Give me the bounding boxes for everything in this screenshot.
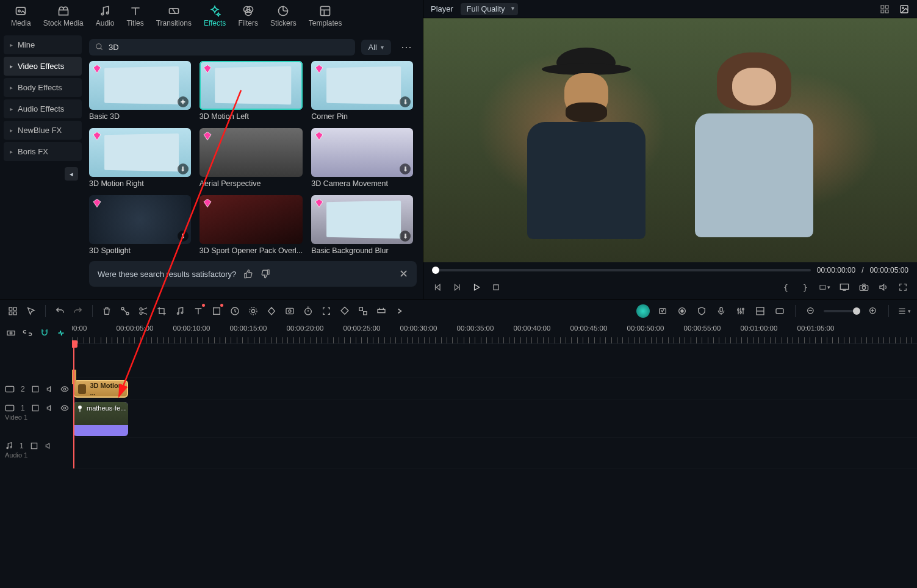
more-menu[interactable]: ⋯ (397, 38, 417, 56)
effect-card[interactable]: 3D Motion Left (200, 61, 303, 121)
download-icon[interactable]: ⬇ (400, 231, 411, 242)
filter-dropdown[interactable]: All ▾ (361, 40, 391, 55)
scrubber[interactable] (432, 269, 811, 271)
crop-icon[interactable] (155, 304, 168, 318)
mask-icon[interactable] (283, 304, 297, 318)
tab-stickers[interactable]: Stickers (264, 1, 303, 31)
auto-ripple-icon[interactable] (56, 326, 68, 340)
mark-out-icon[interactable]: } (800, 282, 811, 293)
effect-thumb[interactable]: ⬇ (311, 195, 413, 244)
effect-thumb[interactable] (200, 128, 303, 177)
timer-icon[interactable] (301, 304, 315, 318)
more-tools-icon[interactable] (393, 304, 406, 318)
download-icon[interactable]: ⬇ (178, 163, 189, 174)
download-icon[interactable]: ⬇ (400, 96, 411, 107)
enhance-icon[interactable] (656, 304, 669, 318)
undo-icon[interactable] (53, 304, 67, 318)
tag-icon[interactable] (338, 304, 351, 318)
video-track[interactable]: matheus-fe... (72, 400, 917, 438)
effect-card[interactable]: 3D Sport Opener Pack Overl... (200, 195, 303, 255)
keyframe-icon[interactable] (265, 304, 278, 318)
detect-icon[interactable] (320, 304, 333, 318)
track-link-icon[interactable] (22, 326, 34, 340)
tab-media[interactable]: Media (5, 1, 37, 31)
fullscreen-icon[interactable] (897, 282, 908, 293)
effect-thumb[interactable]: ⬇ (311, 128, 413, 177)
link-icon[interactable] (31, 385, 40, 393)
effect-card[interactable]: ⬇3D Spotlight (89, 195, 191, 255)
aspect-icon[interactable]: ▾ (819, 282, 830, 293)
effect-thumb[interactable]: + (89, 61, 191, 110)
effects-search[interactable] (89, 39, 355, 56)
play-icon[interactable] (471, 282, 482, 293)
expand-icon[interactable] (375, 304, 388, 318)
mute-icon[interactable] (45, 442, 53, 450)
mute-icon[interactable] (46, 404, 54, 412)
effect-card[interactable]: ⬇Corner Pin (311, 61, 413, 121)
delete-icon[interactable] (100, 304, 113, 318)
playhead[interactable] (73, 344, 74, 468)
ai-tool-icon[interactable] (636, 304, 650, 318)
tab-filters[interactable]: Filters (232, 1, 264, 31)
sidebar-item-audio-effects[interactable]: ▸Audio Effects (4, 99, 82, 118)
timeline-canvas[interactable]: 00:0000:00:05:0000:00:10:0000:00:15:0000… (72, 322, 917, 505)
effect-thumb[interactable] (200, 195, 303, 244)
snapshot-icon[interactable] (858, 282, 869, 293)
eye-icon[interactable] (60, 404, 69, 412)
effect-clip[interactable]: 3D Motion ... (73, 380, 128, 398)
image-icon[interactable] (899, 4, 910, 15)
tab-stock[interactable]: Stock Media (37, 1, 90, 31)
mic-icon[interactable] (714, 304, 728, 318)
sidebar-item-newblue-fx[interactable]: ▸NewBlue FX (4, 121, 82, 140)
effect-card[interactable]: +Basic 3D (89, 61, 191, 121)
transform-icon[interactable] (210, 304, 223, 318)
effect-thumb[interactable]: ⬇ (89, 128, 191, 177)
magnet-icon[interactable] (38, 326, 51, 340)
volume-icon[interactable] (878, 282, 889, 293)
sidebar-collapse[interactable]: ◂ (65, 167, 78, 181)
zoom-slider[interactable] (824, 310, 860, 312)
player-viewport[interactable] (423, 18, 917, 262)
mute-icon[interactable] (46, 385, 54, 393)
effect-thumb[interactable] (200, 61, 303, 110)
tab-audio[interactable]: Audio (90, 1, 121, 31)
selection-tool-icon[interactable] (24, 304, 38, 318)
speed-icon[interactable] (228, 304, 242, 318)
player-tab[interactable]: Player (431, 4, 453, 13)
add-icon[interactable]: + (178, 96, 189, 107)
sidebar-item-video-effects[interactable]: ▸Video Effects (4, 57, 82, 76)
split-icon[interactable] (118, 304, 132, 318)
stop-icon[interactable] (491, 282, 502, 293)
mixer-icon[interactable] (734, 304, 747, 318)
effect-thumb[interactable]: ⬇ (89, 195, 191, 244)
marker-add-icon[interactable] (773, 304, 786, 318)
prev-frame-icon[interactable] (432, 282, 443, 293)
step-back-icon[interactable] (451, 282, 462, 293)
effect-card[interactable]: ⬇Basic Background Blur (311, 195, 413, 255)
mark-in-icon[interactable]: { (780, 282, 791, 293)
lock-icon[interactable] (31, 404, 40, 412)
zoom-out-icon[interactable] (804, 304, 818, 318)
search-input[interactable] (109, 43, 349, 52)
effect-card[interactable]: ⬇3D Camera Movement (311, 128, 413, 188)
eye-icon[interactable] (60, 385, 69, 393)
fx-track[interactable]: 3D Motion ... (72, 378, 917, 400)
shield-icon[interactable] (695, 304, 708, 318)
group-icon[interactable] (356, 304, 370, 318)
layout-icon[interactable] (753, 304, 767, 318)
lock-icon[interactable] (30, 442, 38, 450)
record-icon[interactable] (675, 304, 689, 318)
video-track-head[interactable]: 1 Video 1 (0, 400, 72, 438)
sidebar-item-body-effects[interactable]: ▸Body Effects (4, 78, 82, 97)
download-icon[interactable]: ⬇ (178, 231, 189, 242)
tab-titles[interactable]: Titles (120, 1, 149, 31)
monitor-icon[interactable] (839, 282, 850, 293)
thumbs-down-icon[interactable] (261, 269, 270, 279)
download-icon[interactable]: ⬇ (400, 163, 411, 174)
zoom-in-icon[interactable] (866, 304, 880, 318)
audio-track-head[interactable]: 1 Audio 1 (0, 438, 72, 468)
tab-transitions[interactable]: Transitions (150, 1, 198, 31)
audio-track[interactable] (72, 438, 917, 468)
redo-icon[interactable] (71, 304, 85, 318)
video-clip[interactable]: matheus-fe... (73, 402, 128, 436)
